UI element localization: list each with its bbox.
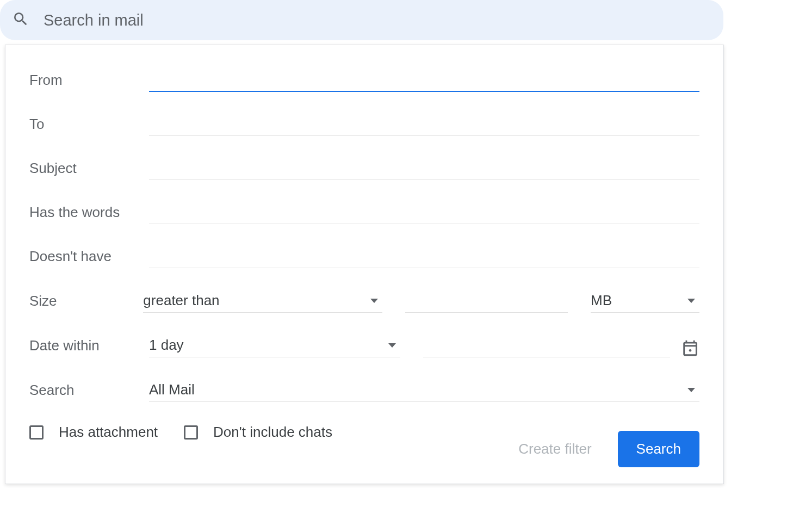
from-row: From xyxy=(29,69,699,92)
date-label: Date within xyxy=(29,337,149,357)
doesnt-have-input[interactable] xyxy=(149,246,699,268)
checkbox-icon xyxy=(29,425,44,440)
size-value-input[interactable] xyxy=(405,290,568,313)
has-attachment-checkbox[interactable]: Has attachment xyxy=(29,424,158,441)
search-in-label: Search xyxy=(29,382,149,402)
search-bar xyxy=(0,0,723,40)
search-button[interactable]: Search xyxy=(618,431,699,467)
to-label: To xyxy=(29,116,149,136)
advanced-search-panel: From To Subject Has the words Doesn't ha… xyxy=(5,45,724,484)
size-unit-select[interactable]: MB xyxy=(591,290,699,313)
size-operator-value: greater than xyxy=(143,292,219,309)
to-row: To xyxy=(29,114,699,136)
size-row: Size greater than MB xyxy=(29,290,699,313)
date-range-value: 1 day xyxy=(149,337,184,354)
chevron-down-icon xyxy=(687,299,695,303)
date-range-select[interactable]: 1 day xyxy=(149,335,400,357)
date-row: Date within 1 day xyxy=(29,335,699,357)
svg-point-0 xyxy=(689,349,692,352)
exclude-chats-checkbox[interactable]: Don't include chats xyxy=(184,424,332,441)
search-icon[interactable] xyxy=(12,10,29,30)
checkbox-icon xyxy=(184,425,198,440)
search-in-row: Search All Mail xyxy=(29,379,699,402)
chevron-down-icon xyxy=(370,299,378,303)
panel-footer: Create filter Search xyxy=(518,431,699,467)
has-words-label: Has the words xyxy=(29,204,149,224)
has-words-input[interactable] xyxy=(149,202,699,224)
exclude-chats-label: Don't include chats xyxy=(213,424,332,441)
size-operator-select[interactable]: greater than xyxy=(143,290,382,313)
from-label: From xyxy=(29,72,149,92)
has-words-row: Has the words xyxy=(29,202,699,224)
search-in-value: All Mail xyxy=(149,381,195,398)
chevron-down-icon xyxy=(388,343,396,348)
size-unit-value: MB xyxy=(591,292,612,309)
subject-input[interactable] xyxy=(149,158,699,180)
chevron-down-icon xyxy=(687,388,695,392)
create-filter-button: Create filter xyxy=(518,441,591,457)
doesnt-have-label: Doesn't have xyxy=(29,248,149,268)
date-input[interactable] xyxy=(423,335,670,357)
subject-label: Subject xyxy=(29,160,149,180)
from-input[interactable] xyxy=(149,69,699,92)
doesnt-have-row: Doesn't have xyxy=(29,246,699,268)
search-in-select[interactable]: All Mail xyxy=(149,379,699,402)
subject-row: Subject xyxy=(29,158,699,180)
calendar-icon[interactable] xyxy=(681,339,699,357)
size-label: Size xyxy=(29,293,143,313)
search-input[interactable] xyxy=(44,11,711,29)
to-input[interactable] xyxy=(149,114,699,136)
has-attachment-label: Has attachment xyxy=(59,424,158,441)
